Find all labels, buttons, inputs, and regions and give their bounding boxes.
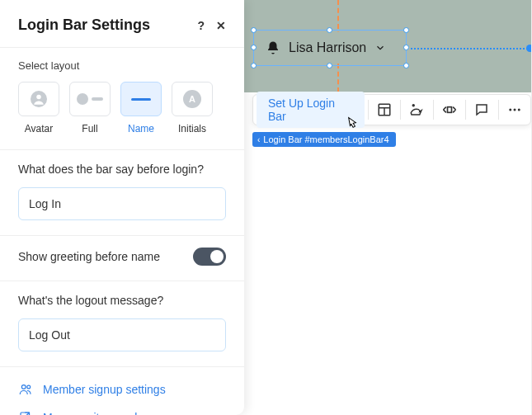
greeting-toggle-label: Show greeting before name (18, 250, 160, 263)
full-icon (77, 93, 103, 105)
before-login-section: What does the bar say before login? (0, 150, 244, 236)
selection-box[interactable] (253, 30, 407, 66)
external-link-icon (18, 410, 33, 415)
logout-section: What's the logout message? (0, 281, 244, 367)
editor-canvas[interactable]: Lisa Harrison (244, 0, 531, 92)
manage-site-members-link[interactable]: Manage site members (18, 403, 226, 415)
avatar-icon (31, 91, 47, 107)
resize-handle[interactable] (251, 63, 257, 68)
setup-login-bar-button[interactable]: Set Up Login Bar (257, 92, 365, 128)
layout-section: Select layout Avatar Full Name (0, 48, 244, 150)
svg-point-11 (27, 385, 31, 389)
panel-header: Login Bar Settings ? ✕ (0, 0, 244, 48)
svg-point-10 (21, 384, 26, 389)
more-icon[interactable] (499, 95, 531, 125)
layout-icon[interactable] (369, 95, 401, 125)
link-label: Manage site members (43, 411, 158, 415)
layout-option-full[interactable]: Full (69, 82, 111, 134)
toggle-knob (210, 250, 224, 263)
header-actions: ? ✕ (197, 19, 226, 32)
resize-handle[interactable] (403, 27, 409, 33)
snap-guide-end (526, 45, 532, 52)
logout-question: What's the logout message? (18, 293, 226, 309)
members-icon (18, 382, 33, 397)
component-id-label: Login Bar #membersLoginBar4 (263, 134, 388, 144)
component-action-bar: Set Up Login Bar (252, 94, 531, 125)
svg-rect-4 (447, 107, 451, 113)
component-id-tag[interactable]: ‹ Login Bar #membersLoginBar4 (252, 132, 396, 147)
layout-option-avatar[interactable]: Avatar (18, 82, 59, 134)
svg-point-9 (36, 95, 41, 100)
layout-options: Avatar Full Name A Initials (18, 82, 226, 134)
help-button[interactable]: ? (197, 19, 205, 32)
stretch-icon[interactable] (434, 95, 466, 125)
layout-caption: Avatar (25, 123, 53, 134)
before-login-input[interactable] (18, 187, 226, 220)
member-signup-settings-link[interactable]: Member signup settings (18, 375, 226, 403)
layout-caption: Full (82, 123, 97, 134)
layout-caption: Initials (178, 123, 206, 134)
resize-handle[interactable] (403, 63, 409, 68)
svg-point-6 (513, 109, 516, 111)
close-button[interactable]: ✕ (216, 19, 226, 32)
panel-title: Login Bar Settings (18, 17, 150, 34)
layout-section-label: Select layout (18, 59, 226, 72)
resize-handle[interactable] (327, 63, 332, 68)
svg-point-7 (518, 109, 520, 111)
resize-handle[interactable] (251, 27, 257, 33)
before-login-question: What does the bar say before login? (18, 162, 226, 177)
layout-option-initials[interactable]: A Initials (172, 82, 213, 134)
panel-links: Member signup settings Manage site membe… (0, 367, 244, 415)
greeting-toggle[interactable] (193, 248, 226, 266)
comment-icon[interactable] (466, 95, 498, 125)
link-label: Member signup settings (43, 383, 166, 396)
layout-caption: Name (128, 123, 154, 134)
initials-icon: A (183, 90, 201, 108)
logout-input[interactable] (18, 318, 226, 351)
name-icon (131, 98, 151, 101)
settings-panel: Login Bar Settings ? ✕ Select layout Ava… (0, 0, 244, 415)
layout-option-name[interactable]: Name (120, 82, 162, 134)
design-icon[interactable] (401, 95, 433, 125)
resize-handle[interactable] (327, 27, 332, 33)
snap-guide (407, 48, 531, 50)
app-root: Lisa Harrison Set Up Login Bar (0, 0, 532, 415)
svg-point-5 (509, 109, 511, 111)
greeting-section: Show greeting before name (0, 236, 244, 281)
resize-handle[interactable] (251, 45, 257, 50)
svg-point-3 (413, 105, 415, 106)
resize-handle[interactable] (403, 45, 409, 50)
chevron-left-icon: ‹ (257, 135, 260, 144)
